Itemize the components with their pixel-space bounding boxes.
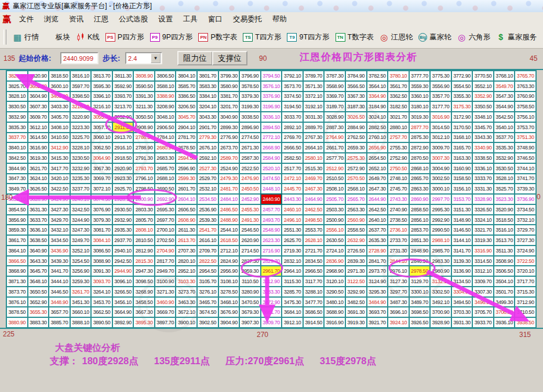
grid-cell[interactable]: 2702.50 xyxy=(155,236,176,245)
grid-cell[interactable]: 3885.70 xyxy=(49,318,70,327)
grid-cell[interactable]: 2671.30 xyxy=(240,143,260,152)
grid-cell[interactable]: 2695.30 xyxy=(155,205,176,214)
grid-cell[interactable]: 3182.50 xyxy=(388,102,409,111)
grid-cell[interactable]: 2582.50 xyxy=(282,153,303,163)
grid-cell[interactable]: 2589.70 xyxy=(219,153,239,163)
grid-cell[interactable]: 3088.90 xyxy=(92,257,112,266)
grid-cell[interactable]: 3494.50 xyxy=(452,298,472,307)
grid-cell[interactable]: 3117.70 xyxy=(304,277,324,286)
grid-cell[interactable]: 3669.70 xyxy=(155,307,176,317)
grid-cell[interactable]: 2635.30 xyxy=(367,236,388,245)
toolbar-button-P数字表[interactable]: PNP数字表 xyxy=(195,31,240,44)
grid-cell[interactable]: 2644.90 xyxy=(367,195,388,204)
grid-cell[interactable]: 2832.10 xyxy=(282,257,303,266)
grid-cell[interactable]: 2868.10 xyxy=(410,164,430,173)
grid-cell[interactable]: 3312.10 xyxy=(473,266,493,276)
grid-cell[interactable]: 2904.10 xyxy=(176,123,196,132)
grid-cell[interactable]: 2815.30 xyxy=(134,257,154,266)
grid-cell[interactable]: 2779.30 xyxy=(198,133,218,142)
grid-cell[interactable]: 2724.10 xyxy=(325,246,345,255)
grid-cell[interactable]: 3160.90 xyxy=(452,164,472,173)
grid-cell[interactable]: 3760.90 xyxy=(515,92,535,101)
grid-cell[interactable]: 3136.90 xyxy=(452,266,472,276)
grid-cell[interactable]: 2721.70 xyxy=(304,246,324,255)
grid-cell[interactable]: 2625.70 xyxy=(282,236,303,245)
grid-cell[interactable]: 3468.10 xyxy=(219,298,239,307)
grid-cell[interactable]: 2740.90 xyxy=(388,205,409,214)
grid-cell[interactable]: 3936.10 xyxy=(494,318,515,327)
grid-cell[interactable]: 3794.50 xyxy=(261,71,282,80)
grid-cell[interactable]: 3436.90 xyxy=(49,246,70,255)
grid-cell[interactable]: 3518.50 xyxy=(494,215,515,225)
grid-cell[interactable]: 2764.90 xyxy=(325,133,345,142)
grid-cell[interactable]: 3336.10 xyxy=(473,164,493,173)
grid-cell[interactable]: 2846.50 xyxy=(410,257,430,266)
grid-cell[interactable]: 3705.70 xyxy=(473,307,493,317)
grid-cell[interactable]: 2580.10 xyxy=(304,153,324,163)
grid-cell[interactable]: 3223.30 xyxy=(71,123,91,132)
grid-cell[interactable]: 2800.90 xyxy=(134,195,154,204)
grid-cell[interactable]: 2743.30 xyxy=(388,195,409,204)
grid-cell[interactable]: 3727.30 xyxy=(515,236,535,245)
grid-cell[interactable]: 2808.10 xyxy=(134,225,154,235)
grid-cell[interactable]: 3350.50 xyxy=(473,102,493,111)
toolbar-button-9P四方形[interactable]: P99P四方形 xyxy=(147,31,196,44)
grid-cell[interactable]: 3933.70 xyxy=(473,318,493,327)
menu-item-江恩[interactable]: 江恩 xyxy=(89,13,114,26)
grid-cell[interactable]: 3660.10 xyxy=(71,307,91,317)
toolbar-button-T数字表[interactable]: TNT数字表 xyxy=(333,31,377,44)
grid-cell[interactable]: 3770.50 xyxy=(473,71,493,80)
grid-cell[interactable]: 2481.70 xyxy=(219,184,239,193)
grid-cell[interactable]: 3064.90 xyxy=(92,153,112,163)
grid-cell[interactable]: 2685.70 xyxy=(155,164,176,173)
grid-cell[interactable]: 2839.30 xyxy=(346,257,366,266)
grid-cell[interactable]: 3292.90 xyxy=(346,287,366,296)
grid-cell[interactable]: 2668.90 xyxy=(261,143,282,152)
grid-cell[interactable]: 3703.30 xyxy=(452,307,472,317)
grid-cell[interactable]: 3566.50 xyxy=(346,82,366,91)
grid-cell[interactable]: 3816.10 xyxy=(71,71,91,80)
grid-cell[interactable]: 3237.70 xyxy=(71,184,91,193)
grid-cell[interactable]: 3729.70 xyxy=(515,225,535,235)
grid-cell[interactable]: 3420.10 xyxy=(49,174,70,184)
grid-cell[interactable]: 3516.10 xyxy=(494,225,515,235)
grid-cell[interactable]: 3638.50 xyxy=(28,236,49,245)
grid-cell[interactable]: 2985.70 xyxy=(431,246,451,255)
grid-cell[interactable]: 2445.70 xyxy=(282,184,303,193)
grid-cell[interactable]: 2587.30 xyxy=(240,153,260,163)
grid-cell[interactable]: 2863.30 xyxy=(410,184,430,193)
grid-cell[interactable]: 2443.30 xyxy=(282,195,303,204)
grid-cell[interactable]: 3139.30 xyxy=(452,257,472,266)
grid-cell[interactable]: 2997.70 xyxy=(431,195,451,204)
menu-item-公式选股[interactable]: 公式选股 xyxy=(114,13,153,26)
grid-cell-support-135[interactable]: 2911.30 xyxy=(113,123,133,132)
grid-cell[interactable]: 3343.30 xyxy=(473,133,493,142)
grid-cell[interactable]: 3921.70 xyxy=(367,318,388,327)
grid-cell[interactable]: 3019.30 xyxy=(410,112,430,122)
grid-cell[interactable]: 3451.30 xyxy=(71,298,91,307)
grid-cell[interactable]: 3172.90 xyxy=(452,112,472,122)
grid-cell[interactable]: 2527.30 xyxy=(198,164,218,173)
grid-cell[interactable]: 3424.90 xyxy=(49,195,70,204)
grid-cell-support-180[interactable]: 2928.10 xyxy=(113,195,133,204)
grid-cell[interactable]: 2731.30 xyxy=(388,246,409,255)
grid-cell[interactable]: 2858.50 xyxy=(410,205,430,214)
grid-cell[interactable]: 2892.10 xyxy=(282,123,303,132)
grid-cell[interactable]: 2560.90 xyxy=(346,215,366,225)
grid-cell[interactable]: 2642.50 xyxy=(367,205,388,214)
grid-cell[interactable]: 3789.70 xyxy=(304,71,324,80)
grid-cell[interactable]: 2534.50 xyxy=(198,195,218,204)
grid-cell[interactable]: 3751.30 xyxy=(515,133,535,142)
grid-cell[interactable]: 3691.30 xyxy=(346,307,366,317)
grid-cell[interactable]: 3199.30 xyxy=(240,102,260,111)
grid-cell[interactable]: 3487.30 xyxy=(388,298,409,307)
grid-cell[interactable]: 3741.70 xyxy=(515,174,535,184)
grid-cell[interactable]: 2935.30 xyxy=(113,225,133,235)
start-price-input[interactable] xyxy=(60,52,99,64)
grid-cell[interactable]: 3698.50 xyxy=(410,307,430,317)
grid-cell[interactable]: 3098.50 xyxy=(134,277,154,286)
grid-cell[interactable]: 2716.90 xyxy=(261,246,282,255)
grid-cell[interactable]: 2630.50 xyxy=(325,236,345,245)
grid-cell[interactable]: 3830.50 xyxy=(7,102,27,111)
grid-cell[interactable]: 3192.10 xyxy=(304,102,324,111)
